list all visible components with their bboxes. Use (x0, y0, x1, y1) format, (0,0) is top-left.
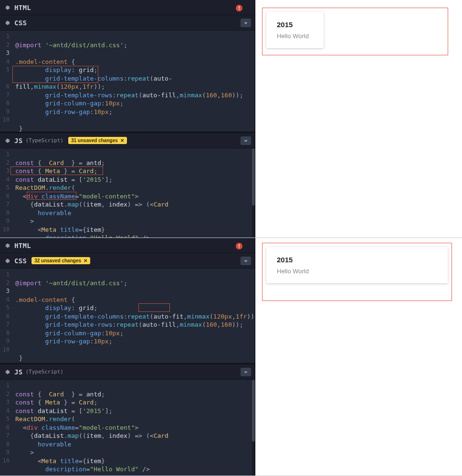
card-desc: Hello World (277, 268, 437, 275)
playground-top: HTML ! CSS 1 2 3 4 5 6 7 8 9 10 @import … (0, 0, 462, 238)
chevron-down-icon (243, 21, 248, 25)
html-label: HTML (14, 4, 31, 11)
editor-column-bottom: HTML ! CSS 32 unsaved changes ✕ 1 2 3 4 … (0, 238, 255, 476)
js-sub: (TypeScript) (25, 369, 63, 375)
close-icon[interactable]: ✕ (84, 258, 87, 263)
css-editor-bottom[interactable]: 1 2 3 4 5 6 7 8 9 10 @import '~antd/dist… (0, 269, 255, 363)
gutter: 1 2 3 4 5 6 7 8 9 10 (0, 31, 12, 132)
warning-icon[interactable]: ! (236, 243, 242, 249)
gear-icon[interactable] (4, 137, 10, 144)
close-icon[interactable]: ✕ (120, 138, 124, 143)
code-body[interactable]: const { Card } = antd; const { Meta } = … (12, 148, 255, 238)
unsaved-badge[interactable]: 32 unsaved changes ✕ (32, 257, 90, 264)
gutter: 1 2 3 4 5 6 7 8 9 10 (0, 148, 12, 238)
collapse-button[interactable] (241, 136, 251, 145)
js-editor-top[interactable]: 1 2 3 4 5 6 7 8 9 10 const { Card } = an… (0, 148, 255, 238)
unsaved-badge[interactable]: 31 unsaved changes ✕ (68, 137, 127, 144)
gear-icon[interactable] (4, 369, 10, 375)
js-panel-header-bottom[interactable]: JS (TypeScript) (0, 364, 255, 380)
unsaved-count: 32 unsaved changes (34, 258, 81, 263)
collapse-button[interactable] (241, 368, 251, 376)
preview-frame: 2015 Hello World (262, 8, 448, 55)
code-body[interactable]: @import '~antd/dist/antd.css'; .model-co… (12, 269, 255, 363)
css-label: CSS (14, 257, 27, 265)
js-label: JS (14, 368, 22, 376)
html-panel-header[interactable]: HTML ! (0, 0, 255, 15)
js-editor-bottom[interactable]: 1 2 3 4 5 6 7 8 9 10 const { Card } = an… (0, 380, 255, 476)
editor-column-top: HTML ! CSS 1 2 3 4 5 6 7 8 9 10 @import … (0, 0, 255, 238)
highlight-box (138, 303, 170, 312)
preview-card[interactable]: 2015 Hello World (266, 12, 324, 48)
code-body[interactable]: @import '~antd/dist/antd.css'; .model-co… (12, 31, 255, 132)
unsaved-count: 31 unsaved changes (71, 138, 118, 143)
js-label: JS (14, 137, 22, 145)
gear-icon[interactable] (4, 20, 10, 26)
js-panel-header-top[interactable]: JS (TypeScript) 31 unsaved changes ✕ (0, 133, 255, 148)
preview-column-top: 2015 Hello World (255, 0, 462, 238)
css-label: CSS (14, 19, 27, 27)
card-title: 2015 (277, 21, 313, 29)
chevron-down-icon (243, 259, 248, 263)
code-body[interactable]: const { Card } = antd; const { Meta } = … (12, 380, 255, 476)
chevron-down-icon (243, 370, 248, 374)
gear-icon[interactable] (4, 242, 10, 249)
scrollbar[interactable] (252, 380, 255, 476)
preview-card[interactable]: 2015 Hello World (266, 247, 448, 283)
warning-icon[interactable]: ! (236, 5, 242, 11)
css-editor-top[interactable]: 1 2 3 4 5 6 7 8 9 10 @import '~antd/dist… (0, 31, 255, 132)
js-sub: (TypeScript) (25, 137, 63, 144)
gear-icon[interactable] (4, 4, 10, 11)
collapse-button[interactable] (241, 257, 251, 265)
gutter: 1 2 3 4 5 6 7 8 9 10 (0, 269, 12, 363)
preview-column-bottom: 2015 Hello World (255, 238, 462, 476)
gear-icon[interactable] (4, 258, 10, 264)
preview-frame: 2015 Hello World (262, 243, 452, 301)
css-panel-header-bottom[interactable]: CSS 32 unsaved changes ✕ (0, 253, 255, 269)
css-panel-header-top[interactable]: CSS (0, 15, 255, 31)
collapse-button[interactable] (241, 19, 251, 27)
html-panel-header[interactable]: HTML ! (0, 238, 255, 253)
html-label: HTML (14, 242, 31, 249)
playground-bottom: HTML ! CSS 32 unsaved changes ✕ 1 2 3 4 … (0, 238, 462, 476)
card-title: 2015 (277, 256, 437, 264)
chevron-down-icon (243, 138, 248, 143)
gutter: 1 2 3 4 5 6 7 8 9 10 (0, 380, 12, 476)
card-desc: Hello World (277, 32, 313, 40)
scrollbar[interactable] (252, 148, 255, 238)
